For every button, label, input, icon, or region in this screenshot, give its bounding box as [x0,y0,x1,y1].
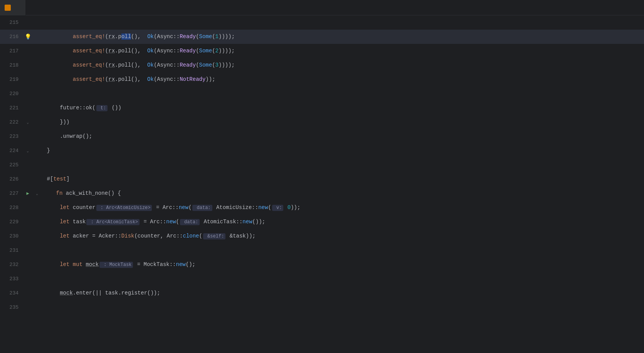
token: 2 [215,48,219,54]
line-number: 229 [0,215,23,229]
line-content: assert_eq!(rx.poll(), Ok(Async::NotReady… [32,72,644,87]
token: Ready [180,33,196,40]
line-content: assert_eq!(rx.poll(), Ok(Async::Ready(So… [32,58,644,72]
line-content: })) [32,115,644,129]
token: ] [66,176,69,182]
token: = MockTask:: [134,261,176,268]
line-number: 221 [0,101,23,115]
token: ( [212,48,215,54]
token: mock [86,261,99,268]
line-gutter[interactable]: ▶ [23,186,32,201]
token: )) [205,76,212,82]
token: ; [232,62,235,68]
line-gutter [23,87,32,101]
token: )))) [219,48,232,54]
token: .unwrap(); [34,133,92,139]
run-icon[interactable]: ▶ [26,191,29,196]
token: )); [291,204,300,211]
lightbulb-icon[interactable]: 💡 [25,33,31,40]
code-line-228: 228 let counter : Arc<AtomicUsize> = Arc… [0,201,644,215]
code-line-215: 215 [0,15,644,30]
line-number: 233 [0,272,23,286]
tab-close-button[interactable] [15,5,21,10]
code-line-233: 233 [0,272,644,286]
token [34,204,60,211]
token: Some [199,62,212,68]
token: new [166,219,176,225]
line-gutter [23,158,32,172]
token: assert_eq! [34,33,105,40]
line-number: 228 [0,201,23,215]
code-container: 215216💡 assert_eq!(rx.poll(), Ok(Async::… [0,15,644,353]
param-hint: : Arc<AtomicTask> [86,219,140,225]
token: 0 [288,204,291,211]
code-line-235: 235 [0,300,644,315]
fold-icon[interactable]: ⌄ [27,149,29,153]
editor-window: 215216💡 assert_eq!(rx.poll(), Ok(Async::… [0,0,644,353]
code-area[interactable]: 215216💡 assert_eq!(rx.poll(), Ok(Async::… [0,15,644,353]
token: fn [56,190,63,196]
token [284,204,287,211]
code-line-224: 224⌄ } [0,144,644,158]
line-number: 227 [0,186,23,201]
active-tab[interactable] [0,0,26,15]
line-number: 235 [0,300,23,315]
token: ( [105,76,108,82]
line-gutter [23,58,32,72]
line-content: assert_eq!(rx.poll(), Ok(Async::Ready(So… [32,30,644,44]
token: new [176,261,186,268]
token: counter [69,204,95,211]
token: AtomicTask:: [200,219,242,225]
token: Async [157,48,173,54]
token: )))) [219,33,232,40]
line-content: future::ok( t: ()) [32,101,644,115]
fold-gutter[interactable]: ⌄ [32,186,42,201]
token: ll [124,33,131,40]
token: ( [212,62,215,68]
line-content: #[test] [32,172,644,186]
code-lines: 215216💡 assert_eq!(rx.poll(), Ok(Async::… [0,15,644,315]
line-gutter [23,15,32,30]
token: Ok [147,62,154,68]
code-line-227: 227▶⌄ fn ack_with_none() { [0,186,644,201]
token: ( [268,204,271,211]
token [43,190,56,196]
token: assert_eq! [34,76,105,82]
code-line-226: 226 #[test] [0,172,644,186]
line-content: let counter : Arc<AtomicUsize> = Arc::ne… [32,201,644,215]
token: Async [157,62,173,68]
code-line-222: 222⌄ })) [0,115,644,129]
token: .poll() [115,76,138,82]
code-line-232: 232 let mut mock : MockTask = MockTask::… [0,258,644,272]
token: () [131,33,138,40]
code-line-225: 225 [0,158,644,172]
token: assert_eq! [34,62,105,68]
token: ( [196,33,199,40]
line-gutter[interactable]: ⌄ [23,144,32,158]
token: rx [108,48,115,54]
fold-icon[interactable]: ⌄ [36,191,38,196]
token: Ready [180,48,196,54]
line-number: 224 [0,144,23,158]
line-number: 220 [0,87,23,101]
param-hint: : MockTask [99,262,133,268]
token: ( [105,62,108,68]
line-gutter [23,129,32,144]
token: task [69,219,86,225]
token: Async [157,76,173,82]
token: Ok [147,76,154,82]
fold-icon[interactable]: ⌄ [27,120,29,125]
token: :: [173,33,180,40]
line-number: 219 [0,72,23,87]
token: ( [105,48,108,54]
token: mut [73,261,82,268]
token: , [138,33,147,40]
token: :: [173,62,180,68]
line-gutter[interactable]: 💡 [23,30,32,44]
line-content: fn ack_with_none() { [42,186,644,201]
token: ()); [252,219,266,225]
line-number: 222 [0,115,23,129]
line-gutter[interactable]: ⌄ [23,115,32,129]
token: Ok [147,48,154,54]
token: :: [173,48,180,54]
